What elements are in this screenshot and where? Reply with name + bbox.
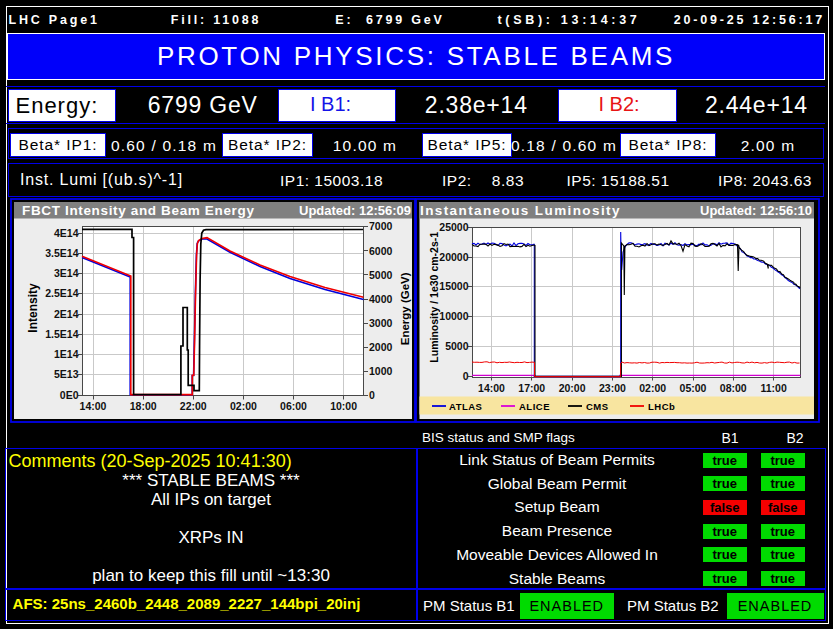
svg-text:FBCT Intensity and Beam Energy: FBCT Intensity and Beam Energy [22,203,255,218]
svg-text:Updated: 12:56:09: Updated: 12:56:09 [299,203,411,218]
svg-text:3000: 3000 [369,317,393,329]
svg-text:14:00: 14:00 [478,382,505,394]
svg-text:4E14: 4E14 [54,227,79,239]
svg-text:0: 0 [463,370,469,382]
svg-text:02:00: 02:00 [230,400,257,412]
svg-text:06:00: 06:00 [280,400,307,412]
svg-text:5000: 5000 [445,340,469,352]
svg-text:10000: 10000 [439,310,468,322]
svg-text:15000: 15000 [439,280,468,292]
svg-text:1.5E14: 1.5E14 [45,328,78,340]
svg-text:20:00: 20:00 [559,382,586,394]
svg-text:22:00: 22:00 [180,400,207,412]
svg-text:20000: 20000 [439,251,468,263]
svg-text:5000: 5000 [369,269,393,281]
svg-text:Instantaneous Luminosity: Instantaneous Luminosity [420,203,621,218]
svg-text:18:00: 18:00 [130,400,157,412]
svg-text:11:00: 11:00 [760,382,786,394]
svg-text:LHCb: LHCb [648,401,675,412]
svg-text:Energy (GeV): Energy (GeV) [399,272,411,345]
svg-text:05:00: 05:00 [680,382,707,394]
svg-text:1E14: 1E14 [54,348,79,360]
svg-text:08:00: 08:00 [720,382,747,394]
svg-text:3.5E14: 3.5E14 [45,247,78,259]
svg-text:10:00: 10:00 [330,400,357,412]
svg-text:2000: 2000 [369,341,393,353]
svg-text:ALICE: ALICE [519,401,550,412]
svg-text:Updated: 12:56:10: Updated: 12:56:10 [700,203,812,218]
svg-text:0E0: 0E0 [60,389,79,401]
svg-text:17:00: 17:00 [518,382,545,394]
svg-text:Luminosity / 1e30 cm-2s-1: Luminosity / 1e30 cm-2s-1 [428,232,440,363]
svg-text:25000: 25000 [439,221,468,233]
svg-text:Intensity: Intensity [26,283,40,333]
svg-text:2E14: 2E14 [54,308,79,320]
svg-text:2.5E14: 2.5E14 [45,287,78,299]
svg-text:0: 0 [369,389,375,401]
svg-text:CMS: CMS [586,401,609,412]
svg-text:4000: 4000 [369,293,393,305]
svg-text:1000: 1000 [369,365,393,377]
svg-text:7000: 7000 [369,220,393,232]
svg-text:3E14: 3E14 [54,267,79,279]
svg-text:23:00: 23:00 [599,382,626,394]
svg-text:14:00: 14:00 [80,400,107,412]
svg-text:ATLAS: ATLAS [449,401,482,412]
svg-text:5E13: 5E13 [54,368,79,380]
svg-text:02:00: 02:00 [639,382,666,394]
svg-text:6000: 6000 [369,245,393,257]
